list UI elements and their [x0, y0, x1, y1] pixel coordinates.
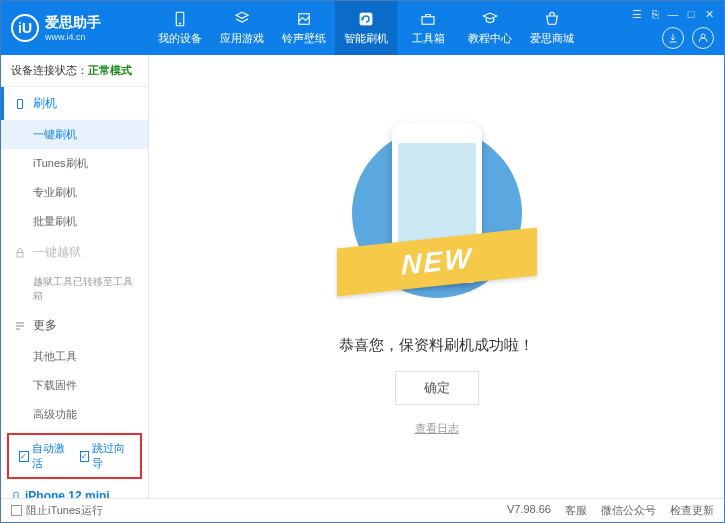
sidebar-item-firmware[interactable]: 下载固件: [1, 371, 148, 400]
nav-label: 工具箱: [412, 31, 445, 46]
nav-label: 教程中心: [468, 31, 512, 46]
nav-flash[interactable]: 智能刷机: [335, 1, 397, 55]
logo-icon: iU: [11, 14, 39, 42]
sidebar-item-other[interactable]: 其他工具: [1, 342, 148, 371]
device-block[interactable]: iPhone 12 mini 64GB Down-12mini-13,1: [1, 483, 148, 498]
sidebar-header-label: 刷机: [33, 95, 57, 112]
apps-icon: [233, 10, 251, 28]
success-message: 恭喜您，保资料刷机成功啦！: [339, 336, 534, 355]
svg-point-1: [179, 23, 181, 25]
conn-value: 正常模式: [88, 64, 132, 76]
wechat-link[interactable]: 微信公众号: [601, 503, 656, 518]
checkbox-icon: ✓: [80, 451, 90, 462]
svg-rect-6: [18, 99, 23, 108]
update-link[interactable]: 检查更新: [670, 503, 714, 518]
sidebar-item-batch[interactable]: 批量刷机: [1, 207, 148, 236]
nav-tutorial[interactable]: 教程中心: [459, 1, 521, 55]
window-controls: ☰ ⎘ ― □ ✕: [630, 7, 716, 21]
chk-label: 跳过向导: [92, 441, 130, 471]
sidebar-header-more[interactable]: 更多: [1, 309, 148, 342]
checkbox-row: ✓自动激活 ✓跳过向导: [7, 433, 142, 479]
jailbreak-note: 越狱工具已转移至工具箱: [1, 269, 148, 309]
sidebar-item-advanced[interactable]: 高级功能: [1, 400, 148, 429]
user-button[interactable]: [692, 27, 714, 49]
phone-icon: [13, 97, 27, 111]
sidebar-item-itunes[interactable]: iTunes刷机: [1, 149, 148, 178]
phone-icon: [11, 489, 21, 498]
nav-ringtone[interactable]: 铃声壁纸: [273, 1, 335, 55]
app-name: 爱思助手: [45, 14, 101, 32]
minimize-icon[interactable]: ―: [666, 7, 680, 21]
svg-rect-3: [360, 13, 372, 25]
logo-area: iU 爱思助手 www.i4.cn: [1, 14, 149, 42]
checkbox-icon: ✓: [19, 451, 29, 462]
main-content: NEW 恭喜您，保资料刷机成功啦！ 确定 查看日志: [149, 55, 724, 498]
nav-label: 智能刷机: [344, 31, 388, 46]
sidebar-header-label: 一键越狱: [33, 244, 81, 261]
store-icon: [543, 10, 561, 28]
nav-apps[interactable]: 应用游戏: [211, 1, 273, 55]
svg-rect-7: [17, 252, 23, 257]
sidebar-header-label: 更多: [33, 317, 57, 334]
footer: 阻止iTunes运行 V7.98.66 客服 微信公众号 检查更新: [1, 498, 724, 522]
list-icon: [13, 319, 27, 333]
conn-label: 设备连接状态：: [11, 64, 88, 76]
block-itunes-checkbox[interactable]: [11, 505, 22, 516]
service-link[interactable]: 客服: [565, 503, 587, 518]
menu-icon[interactable]: ☰: [630, 7, 644, 21]
maximize-icon[interactable]: □: [684, 7, 698, 21]
success-illustration: NEW: [347, 118, 527, 318]
header: iU 爱思助手 www.i4.cn 我的设备 应用游戏 铃声壁纸 智能刷机 工具…: [1, 1, 724, 55]
nav-label: 我的设备: [158, 31, 202, 46]
close-icon[interactable]: ✕: [702, 7, 716, 21]
nav-toolbox[interactable]: 工具箱: [397, 1, 459, 55]
connection-status: 设备连接状态：正常模式: [1, 55, 148, 87]
block-itunes-label: 阻止iTunes运行: [26, 503, 103, 518]
view-log-link[interactable]: 查看日志: [415, 421, 459, 436]
sidebar-item-pro[interactable]: 专业刷机: [1, 178, 148, 207]
nav-label: 爱思商城: [530, 31, 574, 46]
device-icon: [171, 10, 189, 28]
svg-rect-4: [422, 17, 434, 25]
download-button[interactable]: [662, 27, 684, 49]
nav-label: 铃声壁纸: [282, 31, 326, 46]
device-name: iPhone 12 mini: [11, 489, 138, 498]
flash-icon: [357, 10, 375, 28]
chk-label: 自动激活: [32, 441, 70, 471]
nav: 我的设备 应用游戏 铃声壁纸 智能刷机 工具箱 教程中心 爱思商城: [149, 1, 583, 55]
nav-my-device[interactable]: 我的设备: [149, 1, 211, 55]
lock-icon[interactable]: ⎘: [648, 7, 662, 21]
tutorial-icon: [481, 10, 499, 28]
svg-point-5: [701, 34, 705, 38]
svg-rect-8: [14, 492, 18, 498]
toolbox-icon: [419, 10, 437, 28]
ok-button[interactable]: 确定: [395, 371, 479, 405]
lock-icon: [13, 246, 27, 260]
sidebar-header-flash[interactable]: 刷机: [1, 87, 148, 120]
sidebar-header-jailbreak[interactable]: 一键越狱: [1, 236, 148, 269]
version-label: V7.98.66: [507, 503, 551, 518]
sidebar-item-oneclick[interactable]: 一键刷机: [1, 120, 148, 149]
wallpaper-icon: [295, 10, 313, 28]
chk-skip-guide[interactable]: ✓跳过向导: [80, 441, 131, 471]
nav-store[interactable]: 爱思商城: [521, 1, 583, 55]
app-url: www.i4.cn: [45, 32, 101, 42]
nav-label: 应用游戏: [220, 31, 264, 46]
sidebar: 设备连接状态：正常模式 刷机 一键刷机 iTunes刷机 专业刷机 批量刷机 一…: [1, 55, 149, 498]
chk-auto-activate[interactable]: ✓自动激活: [19, 441, 70, 471]
